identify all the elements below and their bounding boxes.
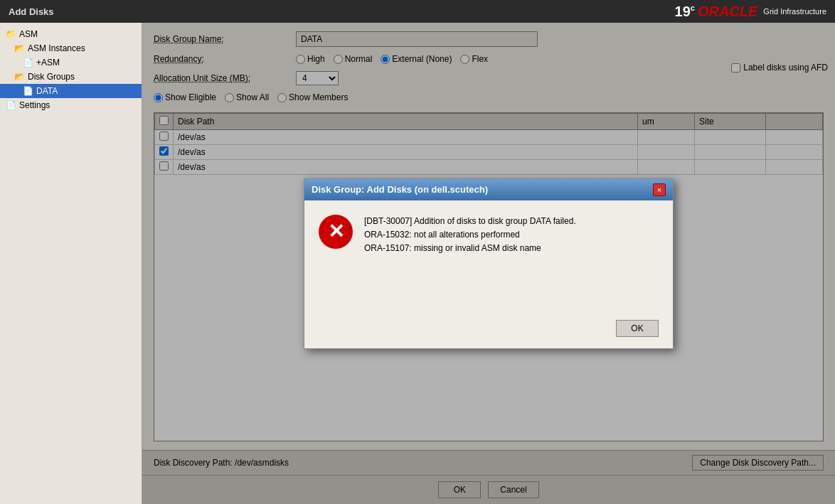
sidebar-item-asm[interactable]: 📁 ASM: [0, 27, 142, 41]
dialog-message-line2: ORA-15032: not all alterations performed: [364, 228, 576, 242]
disk-groups-group: 📂 Disk Groups: [14, 72, 75, 82]
page-title: Add Disks: [9, 6, 54, 17]
top-bar: Add Disks 19c ORACLE Grid Infrastructure: [0, 0, 835, 23]
sidebar-item-label: ASM Instances: [28, 43, 85, 53]
dialog-close-button[interactable]: ×: [653, 183, 666, 196]
dialog-message: [DBT-30007] Addition of disks to disk gr…: [364, 215, 576, 301]
asm-instances-group: 📂 ASM Instances: [14, 43, 85, 53]
sidebar-item-disk-groups[interactable]: 📂 Disk Groups: [0, 70, 142, 84]
file-icon: 📄: [6, 100, 16, 110]
dialog-title: Disk Group: Add Disks (on dell.scutech): [312, 184, 488, 195]
dialog-footer: OK: [304, 313, 673, 348]
dialog-body: ✕ [DBT-30007] Addition of disks to disk …: [304, 200, 673, 313]
folder-open-icon: 📂: [14, 72, 25, 82]
sidebar-item-plus-asm[interactable]: 📄 +ASM: [0, 55, 142, 70]
dialog-title-bar: Disk Group: Add Disks (on dell.scutech) …: [304, 179, 673, 200]
oracle-subtitle: Grid Infrastructure: [763, 7, 826, 16]
dialog-message-line1: [DBT-30007] Addition of disks to disk gr…: [364, 215, 576, 228]
oracle-version: 19c: [675, 4, 695, 20]
plus-asm-group: 📄 +ASM: [23, 58, 60, 68]
sidebar-item-label: +ASM: [36, 58, 60, 68]
sidebar-item-settings[interactable]: 📄 Settings: [0, 98, 142, 112]
sidebar-item-asm-instances[interactable]: 📂 ASM Instances: [0, 41, 142, 55]
sidebar-item-data[interactable]: 📄 DATA: [0, 84, 142, 98]
oracle-logo: 19c ORACLE Grid Infrastructure: [675, 4, 826, 20]
sidebar-item-label: DATA: [36, 86, 58, 96]
sidebar-item-label: Settings: [19, 100, 50, 110]
error-dialog: Disk Group: Add Disks (on dell.scutech) …: [304, 178, 674, 349]
file-icon: 📄: [23, 58, 33, 68]
data-group: 📄 DATA: [23, 86, 58, 96]
dialog-error-icon: ✕: [319, 215, 353, 249]
dialog-message-line3: ORA-15107: missing or invalid ASM disk n…: [364, 242, 576, 255]
sidebar: 📁 ASM 📂 ASM Instances 📄 +ASM 📂 Disk Grou…: [0, 23, 142, 504]
folder-open-icon: 📂: [14, 43, 25, 53]
modal-overlay: Disk Group: Add Disks (on dell.scutech) …: [142, 23, 835, 504]
sidebar-item-label: Disk Groups: [28, 72, 75, 82]
dialog-ok-button[interactable]: OK: [616, 320, 659, 337]
main-layout: 📁 ASM 📂 ASM Instances 📄 +ASM 📂 Disk Grou…: [0, 23, 835, 504]
file-icon: 📄: [23, 86, 33, 96]
sidebar-item-label: ASM: [19, 29, 38, 39]
oracle-brand: ORACLE: [698, 4, 757, 20]
folder-icon: 📁: [6, 29, 16, 39]
